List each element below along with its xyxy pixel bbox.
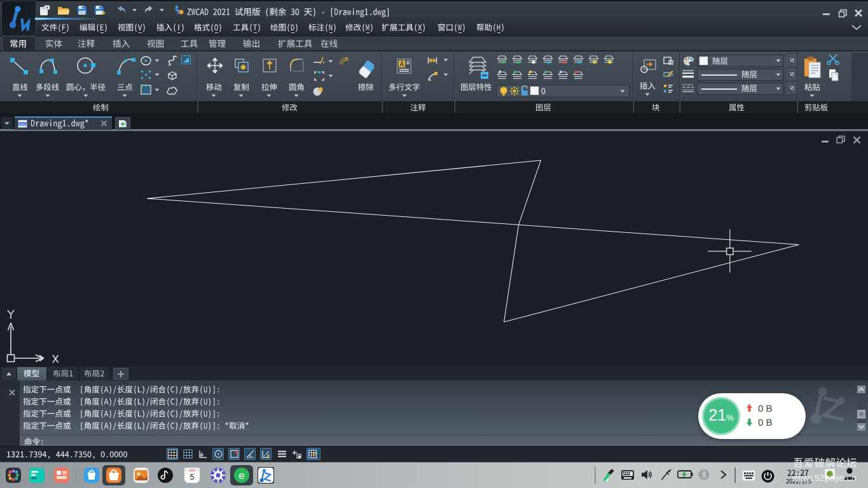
svg-text:5: 5	[190, 473, 195, 482]
svg-text:e: e	[238, 470, 244, 482]
svg-text:DWG: DWG	[19, 123, 27, 126]
svg-text:JAN: JAN	[189, 468, 195, 472]
